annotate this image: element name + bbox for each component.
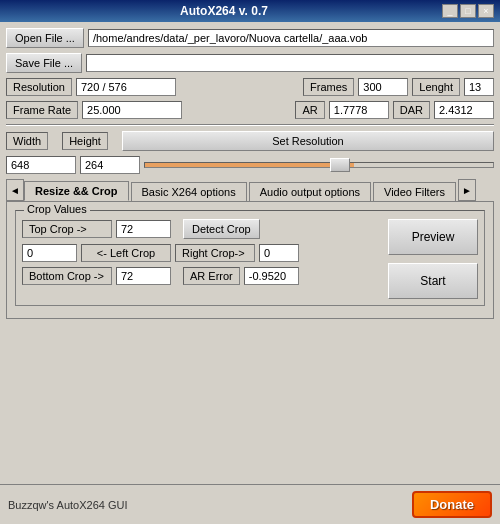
ar-value[interactable] xyxy=(329,101,389,119)
tab-content: Crop Values Top Crop -> Detect Crop <- L… xyxy=(6,201,494,319)
tabs-container: ◄ Resize && Crop Basic X264 options Audi… xyxy=(6,179,494,201)
detect-crop-button[interactable]: Detect Crop xyxy=(183,219,260,239)
ar-error-input[interactable] xyxy=(244,267,299,285)
framerate-row: Frame Rate AR DAR xyxy=(6,101,494,119)
save-file-row: Save File ... xyxy=(6,53,494,73)
crop-values-group: Crop Values Top Crop -> Detect Crop <- L… xyxy=(15,210,485,306)
ar-label: AR xyxy=(295,101,324,119)
crop-action-buttons: Preview Start xyxy=(388,219,478,299)
tab-audio-options[interactable]: Audio output options xyxy=(249,182,371,201)
set-resolution-button[interactable]: Set Resolution xyxy=(122,131,494,151)
tab-x264-options[interactable]: Basic X264 options xyxy=(131,182,247,201)
preview-button[interactable]: Preview xyxy=(388,219,478,255)
bottom-crop-label: Bottom Crop -> xyxy=(22,267,112,285)
separator-1 xyxy=(6,124,494,126)
resolution-slider-container xyxy=(144,156,494,174)
bottom-bar: Buzzqw's AutoX264 GUI Donate xyxy=(0,484,500,524)
save-file-button[interactable]: Save File ... xyxy=(6,53,82,73)
open-file-button[interactable]: Open File ... xyxy=(6,28,84,48)
close-button[interactable]: × xyxy=(478,4,494,18)
length-label: Lenght xyxy=(412,78,460,96)
start-button[interactable]: Start xyxy=(388,263,478,299)
bottom-crop-input[interactable] xyxy=(116,267,171,285)
framerate-value[interactable] xyxy=(82,101,182,119)
tab-right-arrow[interactable]: ► xyxy=(458,179,476,201)
height-label: Height xyxy=(62,132,108,150)
bottom-crop-row: Bottom Crop -> AR Error xyxy=(22,267,380,285)
top-crop-label: Top Crop -> xyxy=(22,220,112,238)
left-crop-input[interactable] xyxy=(22,244,77,262)
window-controls: _ □ × xyxy=(442,4,494,18)
crop-values-legend: Crop Values xyxy=(24,203,90,215)
window-content: Open File ... Save File ... Resolution F… xyxy=(0,22,500,330)
dimensions-row: Width Height Set Resolution xyxy=(6,131,494,151)
wh-slider-row xyxy=(6,156,494,174)
donate-button[interactable]: Donate xyxy=(412,491,492,518)
framerate-label: Frame Rate xyxy=(6,101,78,119)
width-label: Width xyxy=(6,132,48,150)
length-value[interactable] xyxy=(464,78,494,96)
tab-resize-crop[interactable]: Resize && Crop xyxy=(24,181,129,201)
resolution-row: Resolution Frames Lenght xyxy=(6,78,494,96)
resolution-label: Resolution xyxy=(6,78,72,96)
crop-main-layout: Top Crop -> Detect Crop <- Left Crop Rig… xyxy=(22,219,478,299)
right-crop-label: Right Crop-> xyxy=(175,244,255,262)
top-crop-input[interactable] xyxy=(116,220,171,238)
save-path-input[interactable] xyxy=(86,54,494,72)
minimize-button[interactable]: _ xyxy=(442,4,458,18)
frames-label: Frames xyxy=(303,78,354,96)
right-crop-input[interactable] xyxy=(259,244,299,262)
height-input[interactable] xyxy=(80,156,140,174)
slider-track[interactable] xyxy=(144,162,494,168)
dar-value[interactable] xyxy=(434,101,494,119)
title-bar: AutoX264 v. 0.7 _ □ × xyxy=(0,0,500,22)
frames-value[interactable] xyxy=(358,78,408,96)
tab-left-arrow[interactable]: ◄ xyxy=(6,179,24,201)
slider-thumb[interactable] xyxy=(330,158,350,172)
file-path-input[interactable] xyxy=(88,29,494,47)
top-crop-row: Top Crop -> Detect Crop xyxy=(22,219,380,239)
resolution-value[interactable] xyxy=(76,78,176,96)
left-crop-label: <- Left Crop xyxy=(81,244,171,262)
lr-crop-row: <- Left Crop Right Crop-> xyxy=(22,244,380,262)
crop-controls: Top Crop -> Detect Crop <- Left Crop Rig… xyxy=(22,219,380,299)
credit-label: Buzzqw's AutoX264 GUI xyxy=(8,499,128,511)
maximize-button[interactable]: □ xyxy=(460,4,476,18)
window-title: AutoX264 v. 0.7 xyxy=(6,4,442,18)
tab-video-filters[interactable]: Video Filters xyxy=(373,182,456,201)
width-input[interactable] xyxy=(6,156,76,174)
ar-error-label: AR Error xyxy=(183,267,240,285)
open-file-row: Open File ... xyxy=(6,28,494,48)
dar-label: DAR xyxy=(393,101,430,119)
